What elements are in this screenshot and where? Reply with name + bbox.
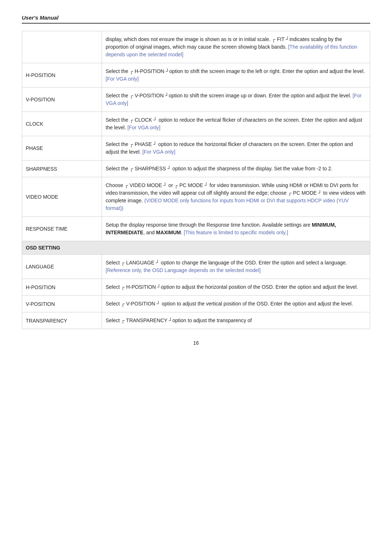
blue-note: [For VGA only]: [142, 149, 175, 155]
row-label: TRANSPARENCY: [22, 312, 102, 329]
section-header-label: OSD SETTING: [22, 241, 370, 255]
table-row: H-POSITION Select the ┌ H-POSITION ┘opti…: [22, 63, 370, 88]
blue-note: [For VGA only]: [127, 125, 160, 130]
row-desc: Setup the display response time through …: [102, 217, 370, 241]
table-row: VIDEO MODE Choose ┌ VIDEO MODE ┘ or ┌ PC…: [22, 177, 370, 217]
row-desc: Choose ┌ VIDEO MODE ┘ or ┌ PC MODE ┘ for…: [102, 177, 370, 217]
page-footer: 16: [22, 340, 370, 346]
row-label: [22, 31, 102, 63]
main-table: display, which does not ensure the image…: [22, 31, 370, 329]
row-desc: Select the ┌ SHARPNESS ┘ option to adjus…: [102, 161, 370, 177]
row-desc: Select the ┌ PHASE ┘ option to reduce th…: [102, 136, 370, 161]
row-desc: Select the ┌ H-POSITION ┘option to shift…: [102, 63, 370, 88]
row-desc: Select the ┌ CLOCK ┘ option to reduce th…: [102, 112, 370, 136]
row-label: SHARPNESS: [22, 161, 102, 177]
table-row: LANGUAGE Select ┌ LANGUAGE ┘ option to c…: [22, 255, 370, 279]
row-label: H-POSITION: [22, 63, 102, 88]
section-header-row: OSD SETTING: [22, 241, 370, 255]
table-row: V-POSITION Select the ┌ V-POSITION ┘opti…: [22, 88, 370, 112]
blue-note: [This feature is limited to specific mod…: [184, 230, 288, 235]
page-header: User's Manual: [22, 15, 370, 24]
page-number: 16: [193, 340, 199, 346]
blue-note: (VIDEO MODE only functions for inputs fr…: [106, 198, 349, 211]
table-row: TRANSPARENCY Select ┌ TRANSPARENCY ┘opti…: [22, 312, 370, 329]
row-label: CLOCK: [22, 112, 102, 136]
manual-title: User's Manual: [22, 15, 58, 21]
blue-note: [The availability of this function depen…: [106, 44, 357, 57]
row-label: H-POSITION: [22, 279, 102, 296]
row-label: V-POSITION: [22, 296, 102, 312]
table-row: V-POSITION Select ┌ V-POSITION ┘ option …: [22, 296, 370, 312]
table-row: display, which does not ensure the image…: [22, 31, 370, 63]
blue-note: [For VGA only]: [106, 76, 139, 82]
row-label: V-POSITION: [22, 88, 102, 112]
row-desc: Select ┌ LANGUAGE ┘ option to change the…: [102, 255, 370, 279]
row-desc: display, which does not ensure the image…: [102, 31, 370, 63]
table-row: H-POSITION Select ┌ H-POSITION ┘option t…: [22, 279, 370, 296]
row-desc: Select ┌ V-POSITION ┘ option to adjust t…: [102, 296, 370, 312]
blue-note: [For VGA only]: [106, 93, 362, 106]
table-row: RESPONSE TIME Setup the display response…: [22, 217, 370, 241]
row-desc: Select the ┌ V-POSITION ┘option to shift…: [102, 88, 370, 112]
row-label: RESPONSE TIME: [22, 217, 102, 241]
row-label: PHASE: [22, 136, 102, 161]
blue-note: [Reference only, the OSD Language depend…: [106, 267, 261, 273]
row-label: VIDEO MODE: [22, 177, 102, 217]
row-label: LANGUAGE: [22, 255, 102, 279]
table-row: SHARPNESS Select the ┌ SHARPNESS ┘ optio…: [22, 161, 370, 177]
table-row: CLOCK Select the ┌ CLOCK ┘ option to red…: [22, 112, 370, 136]
row-desc: Select ┌ H-POSITION ┘option to adjust th…: [102, 279, 370, 296]
row-desc: Select ┌ TRANSPARENCY ┘option to adjust …: [102, 312, 370, 329]
table-row: PHASE Select the ┌ PHASE ┘ option to red…: [22, 136, 370, 161]
bold-text: MAXIMUM: [156, 230, 181, 235]
